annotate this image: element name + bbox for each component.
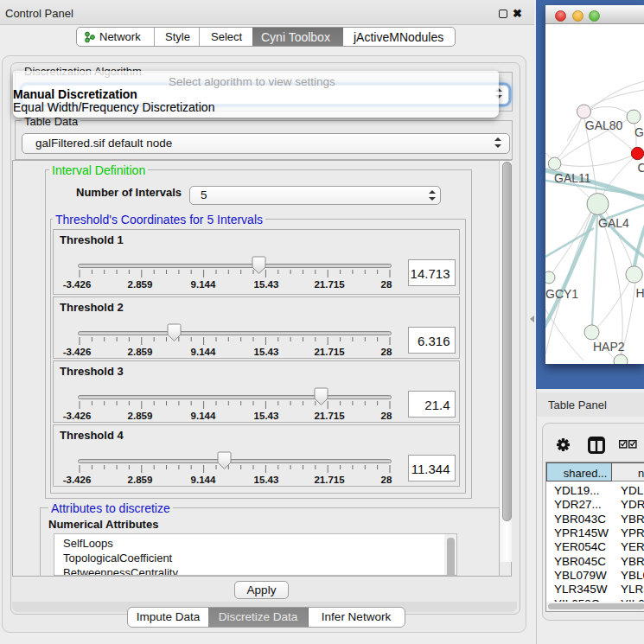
svg-text:HAP2: HAP2 [593, 340, 625, 354]
svg-text:GAL11: GAL11 [554, 171, 591, 185]
svg-text:GCY1: GCY1 [545, 287, 578, 301]
svg-text:C: C [638, 161, 644, 175]
svg-text:GAL80: GAL80 [585, 118, 623, 132]
svg-text:H: H [636, 286, 644, 300]
svg-text:GAL4: GAL4 [598, 216, 629, 230]
svg-text:G...: G... [634, 125, 644, 139]
